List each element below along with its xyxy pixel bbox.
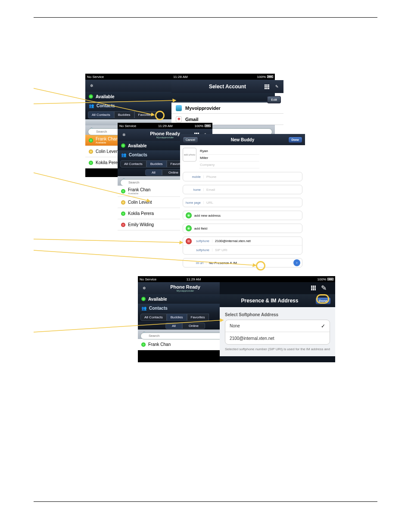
people-icon: 👥	[121, 152, 126, 157]
seg-buddies[interactable]: Buddies	[114, 111, 134, 118]
presence-header: Presence & IM Address Done	[220, 294, 335, 307]
presence-available-icon	[121, 189, 125, 193]
field-home[interactable]: homeEmail	[183, 185, 302, 194]
presence-available-icon	[89, 94, 93, 99]
battery-text: 100%	[257, 75, 266, 79]
tool-icon[interactable]: ✎	[320, 284, 327, 292]
battery-icon	[327, 278, 333, 280]
presence-available-icon	[121, 212, 125, 216]
presence-available-icon	[89, 161, 93, 165]
add-icon: +	[186, 225, 192, 231]
seg-all-contacts[interactable]: All Contacts	[120, 160, 146, 168]
softphone-row-2[interactable]: softphoneSIP URI	[183, 246, 302, 254]
add-photo-button[interactable]: add photo	[183, 148, 196, 162]
seg-favorites[interactable]: Favorites	[187, 314, 209, 321]
presence-form: Select Softphone Address None✓ 2100@inte…	[220, 307, 335, 356]
nav-bar: ✲ Phone ReadyMyvoipprovider	[138, 282, 233, 294]
option-address[interactable]: 2100@internal.xten.net	[225, 332, 330, 344]
dialpad-icon[interactable]	[309, 284, 317, 292]
softphone-row-1[interactable]: −softphone2100@internal.xten.net	[183, 237, 302, 246]
contact-row[interactable]: Frank Chan	[138, 339, 233, 350]
option-none[interactable]: None✓	[225, 320, 330, 332]
form-body: add photo Ryan Miller Company mobilePhon…	[180, 145, 305, 270]
presence-away-icon	[121, 200, 125, 205]
page: No Service 11:28 AM 100% ✲ Ph Available …	[34, 17, 377, 502]
edit-button[interactable]: Edit	[267, 96, 281, 103]
gmail-icon: ✱	[176, 116, 182, 122]
seg-all-contacts[interactable]: All Contacts	[140, 314, 167, 321]
add-field-row[interactable]: +add field	[183, 224, 302, 233]
search-input[interactable]	[140, 333, 230, 339]
check-icon: ✓	[321, 323, 325, 329]
status-time: 11:28 AM	[173, 75, 188, 79]
dialpad-icon[interactable]	[263, 83, 271, 90]
presence-away-icon	[89, 149, 93, 154]
select-account-nav: Select Account ✎	[171, 80, 283, 93]
battery-icon	[205, 124, 211, 127]
note-text: Selected softphone number (SIP URI) is u…	[225, 347, 330, 351]
new-buddy-title: New Buddy	[180, 137, 305, 142]
provider-icon	[176, 105, 182, 111]
seg-buddies[interactable]: Buddies	[167, 314, 187, 321]
service-text: No Service	[87, 75, 104, 79]
seg-all-contacts[interactable]: All Contacts	[88, 111, 114, 118]
field-homepage[interactable]: home pageURL	[183, 198, 302, 207]
account-list: Myvoipprovider ✱Gmail	[171, 103, 283, 125]
status-bar: No Service 11:28 AM 100%	[85, 74, 275, 80]
status-bar: No Service 11:29 AM 100%	[118, 123, 212, 129]
people-icon: 👥	[141, 306, 146, 311]
presence-dnd-icon	[121, 223, 125, 227]
filter-row: All Online	[138, 322, 233, 330]
phone-3: No Service 11:29 AM ✲ Phone ReadyMyvoipp…	[138, 276, 233, 362]
presence-available-icon	[89, 138, 93, 143]
filter-online[interactable]: Online	[182, 323, 205, 329]
seg-buddies[interactable]: Buddies	[146, 160, 167, 168]
done-button[interactable]: Done	[315, 297, 331, 305]
status-bar: No Service 11:29 AM	[138, 276, 233, 282]
people-icon: 👥	[89, 103, 94, 108]
contacts-header: 👥Contacts	[138, 304, 233, 312]
name-fields: Ryan Miller Company	[199, 148, 259, 168]
phone3-nav-icons: ✎	[309, 284, 327, 292]
disclosure-icon[interactable]: ›	[293, 259, 300, 266]
availability-row[interactable]: Available	[138, 294, 233, 304]
filter-all[interactable]: All	[165, 323, 182, 329]
contacts-label: Contacts	[97, 103, 115, 108]
new-buddy-nav: Cancel New Buddy Done	[180, 134, 305, 145]
add-icon: +	[186, 212, 192, 218]
search-row	[138, 330, 233, 339]
segment-row: All Contacts Buddies Favorites +	[138, 312, 233, 322]
last-name-field[interactable]: Miller	[199, 155, 259, 162]
battery-icon	[267, 75, 273, 78]
presence-available-icon	[141, 342, 146, 347]
first-name-field[interactable]: Ryan	[199, 148, 259, 155]
tool-icon[interactable]: ✎	[273, 83, 281, 90]
availability-label: Available	[96, 94, 115, 99]
delete-icon[interactable]: −	[186, 238, 192, 244]
status-bar: 100%	[220, 276, 335, 282]
presence-title: Presence & IM Address	[224, 298, 315, 304]
new-buddy-panel: Cancel New Buddy Done add photo Ryan Mil…	[180, 134, 305, 276]
option-list: None✓ 2100@internal.xten.net	[225, 320, 330, 345]
select-account-panel: Select Account ✎ Edit Myvoipprovider ✱Gm…	[171, 80, 283, 128]
filter-all[interactable]: All	[145, 169, 162, 176]
add-address-row[interactable]: +add new address	[183, 211, 302, 220]
company-field[interactable]: Company	[199, 162, 259, 168]
seg-favorites[interactable]: Favorites	[134, 111, 156, 118]
im-uri-row[interactable]: im uriNo Presence & IM›	[183, 258, 302, 267]
field-mobile[interactable]: mobilePhone	[183, 172, 302, 181]
presence-available-icon	[141, 297, 146, 301]
section-title: Select Softphone Address	[225, 312, 330, 317]
presence-available-icon	[121, 143, 125, 148]
account-row[interactable]: Myvoipprovider	[171, 103, 283, 114]
